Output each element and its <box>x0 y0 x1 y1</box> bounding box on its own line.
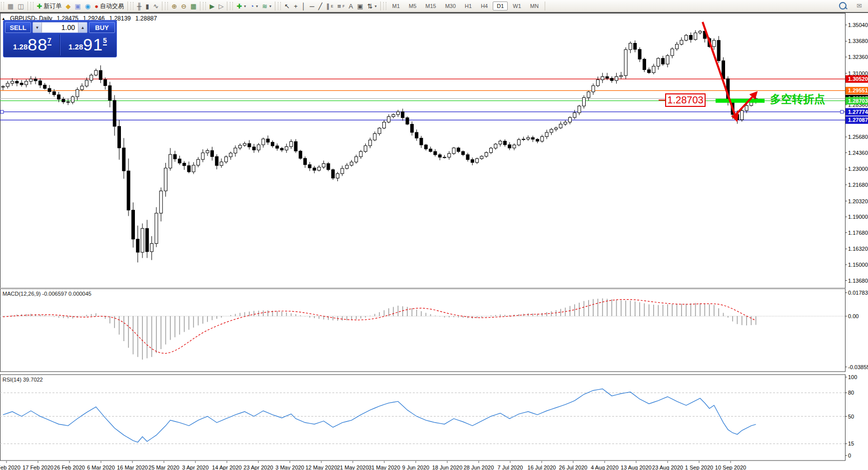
autotrading-button[interactable]: ●自动交易 <box>92 1 126 11</box>
timeframe-M1[interactable]: M1 <box>388 1 404 10</box>
turning-point-label[interactable]: 多空转折点 <box>770 93 825 105</box>
arrows-icon: ⇅ <box>367 3 373 9</box>
chart-window[interactable]: 1.28703多空转折点1.350401.336801.323601.31000… <box>0 13 868 470</box>
timeframe-H4[interactable]: H4 <box>477 1 492 10</box>
period-button[interactable]: ◔▾ <box>248 2 260 10</box>
chat-button[interactable]: ✉ <box>855 1 864 10</box>
terminal-button[interactable]: ▣ <box>73 2 83 10</box>
template-dropdown-icon[interactable]: ▾ <box>269 4 271 8</box>
signals-button[interactable]: ◉ <box>83 2 92 10</box>
equidistant-channel-button[interactable]: ∥E <box>324 2 335 10</box>
toolbar-grip[interactable] <box>165 2 168 10</box>
text-icon: A <box>349 3 353 9</box>
tile-windows-button[interactable]: ▦ <box>188 2 198 10</box>
period-dropdown-icon[interactable]: ▾ <box>256 4 258 8</box>
toolbar-grip[interactable] <box>30 2 33 10</box>
text-button[interactable]: A <box>347 2 355 10</box>
price-axis[interactable]: 1.350401.336801.323601.310001.283601.256… <box>845 22 868 284</box>
line-chart-icon: ∿ <box>153 3 158 9</box>
add-indicator-dropdown-icon[interactable]: ▾ <box>244 4 246 8</box>
line-handle[interactable] <box>841 110 844 113</box>
support-1.27774-axis-text: 1.27774 <box>848 109 868 115</box>
toolbar-grip[interactable] <box>203 2 206 10</box>
candlestick-chart-button[interactable]: ▮ <box>143 2 151 10</box>
trend-line-button[interactable]: ╱ <box>316 2 324 10</box>
date-label: 3 Apr 2020 <box>182 465 208 470</box>
sell-button[interactable]: SELL <box>5 22 31 33</box>
auto-scroll-icon: ▶ <box>209 3 214 9</box>
text-label-button[interactable]: ▣ <box>355 2 365 10</box>
date-label: 17 Feb 2020 <box>22 465 53 470</box>
zoom-in-button[interactable]: ⊕ <box>169 2 179 10</box>
toolbar-grip[interactable] <box>130 2 133 10</box>
chart-canvas[interactable]: 1.28703多空转折点1.350401.336801.323601.31000… <box>0 13 868 470</box>
price-tick-label: 1.17680 <box>848 230 868 236</box>
price-tick-label: 1.19000 <box>848 214 868 220</box>
toolbar-separator <box>227 1 227 10</box>
line-chart-button[interactable]: ∿ <box>151 2 160 10</box>
date-label: 31 May 2020 <box>368 465 400 470</box>
crosshair-icon: + <box>294 3 298 9</box>
search-icon <box>839 2 847 9</box>
timeframe-M30[interactable]: M30 <box>441 1 460 10</box>
arrows-button[interactable]: ⇅▾ <box>365 2 379 10</box>
pane-divider[interactable] <box>0 288 845 289</box>
date-label: 4 Aug 2020 <box>591 465 619 470</box>
volume-up-button[interactable]: ▲ <box>78 22 87 32</box>
timeframe-MN[interactable]: MN <box>526 1 543 10</box>
new-chart-button[interactable]: ▦ <box>5 2 15 10</box>
metaeditor-icon: ◆ <box>66 3 71 9</box>
rsi-axis-label: 15 <box>848 441 854 447</box>
toolbar-grip[interactable] <box>383 2 386 10</box>
buy-button[interactable]: BUY <box>89 22 115 33</box>
chart-shift-button[interactable]: ▷ <box>216 2 225 10</box>
line-handle[interactable] <box>0 110 3 113</box>
new-order-button[interactable]: ✚新订单 <box>35 1 64 11</box>
timeframe-M5[interactable]: M5 <box>405 1 420 10</box>
cursor-button[interactable]: ↖ <box>282 2 292 10</box>
timeframe-D1[interactable]: D1 <box>493 1 508 10</box>
toolbar-separator <box>545 1 545 10</box>
horizontal-line-button[interactable]: ─ <box>308 2 316 10</box>
price-tick-label: 1.24360 <box>848 150 868 156</box>
sell-price[interactable]: 1.28 88 7 <box>5 34 60 55</box>
fibonacci-button[interactable]: ≡F <box>335 2 347 10</box>
new-order-label: 新订单 <box>44 2 62 10</box>
add-indicator-button[interactable]: ✚▾ <box>234 2 248 10</box>
sell-price-head: 1.28 <box>13 42 27 51</box>
vertical-line-button[interactable]: │ <box>300 2 308 10</box>
price-tick-label: 1.23000 <box>848 166 868 172</box>
toolbar-grip[interactable] <box>278 2 281 10</box>
volume-input[interactable] <box>42 22 78 32</box>
crosshair-button[interactable]: + <box>292 2 300 10</box>
metaeditor-button[interactable]: ◆ <box>64 2 73 10</box>
timeframe-H1[interactable]: H1 <box>461 1 476 10</box>
price-tag-text: 1.28703 <box>667 94 703 105</box>
timeframe-M15[interactable]: M15 <box>421 1 440 10</box>
time-axis[interactable]: 7 Feb 202017 Feb 202026 Feb 20206 Mar 20… <box>0 461 746 470</box>
date-label: 6 Mar 2020 <box>87 465 115 470</box>
trend-line-icon: ╱ <box>318 3 322 9</box>
search-button[interactable] <box>837 1 849 10</box>
date-label: 1 Sep 2020 <box>685 465 713 470</box>
toolbar-grip[interactable] <box>230 2 233 10</box>
macd-axis-label: 0.00 <box>848 313 859 319</box>
profiles-button[interactable]: ◫ <box>15 2 25 10</box>
bar-chart-button[interactable]: ╫ <box>135 2 143 10</box>
zoom-in-icon: ⊕ <box>171 3 177 9</box>
sell-price-pips: 88 <box>27 35 47 53</box>
arrows-dropdown-icon[interactable]: ▾ <box>375 4 377 8</box>
volume-down-button[interactable]: ▼ <box>33 22 42 32</box>
template-button[interactable]: ≋▾ <box>260 2 273 10</box>
zoom-out-button[interactable]: ⊖ <box>179 2 188 10</box>
turning-point-highlight-bar[interactable] <box>716 99 765 103</box>
timeframe-W1[interactable]: W1 <box>509 1 525 10</box>
date-label: 16 Mar 2020 <box>117 465 148 470</box>
pane-divider[interactable] <box>0 372 845 374</box>
cursor-icon: ↖ <box>284 3 290 9</box>
toolbar-grip[interactable] <box>1 2 4 10</box>
buy-price[interactable]: 1.28 91 5 <box>60 34 115 55</box>
support-1.27087-axis-text: 1.27087 <box>848 117 868 123</box>
resistance-1.30520-axis-text: 1.30520 <box>848 76 868 82</box>
auto-scroll-button[interactable]: ▶ <box>207 2 216 10</box>
